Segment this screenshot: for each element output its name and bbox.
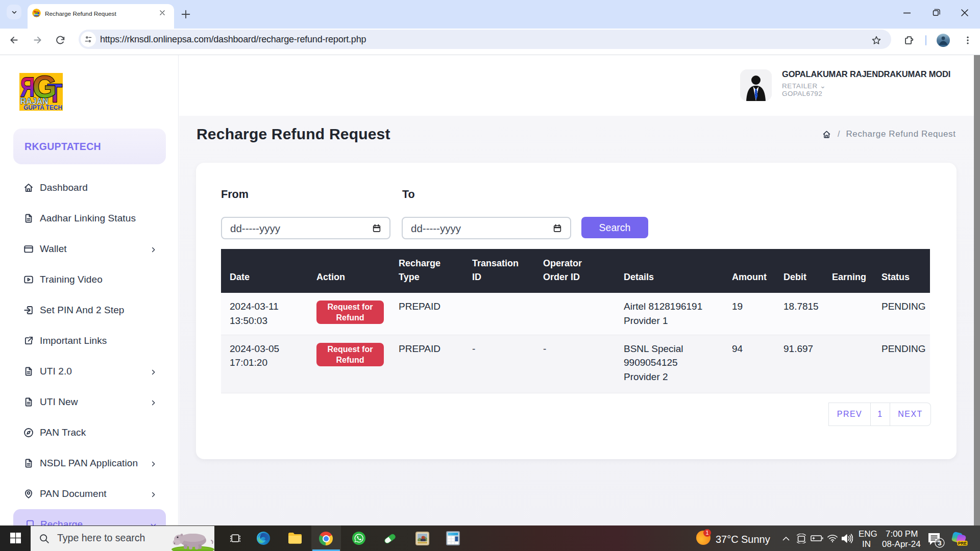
- svg-text:3: 3: [938, 539, 942, 547]
- svg-text:PRE: PRE: [958, 541, 967, 546]
- svg-text:GUPTA TECH: GUPTA TECH: [23, 104, 62, 111]
